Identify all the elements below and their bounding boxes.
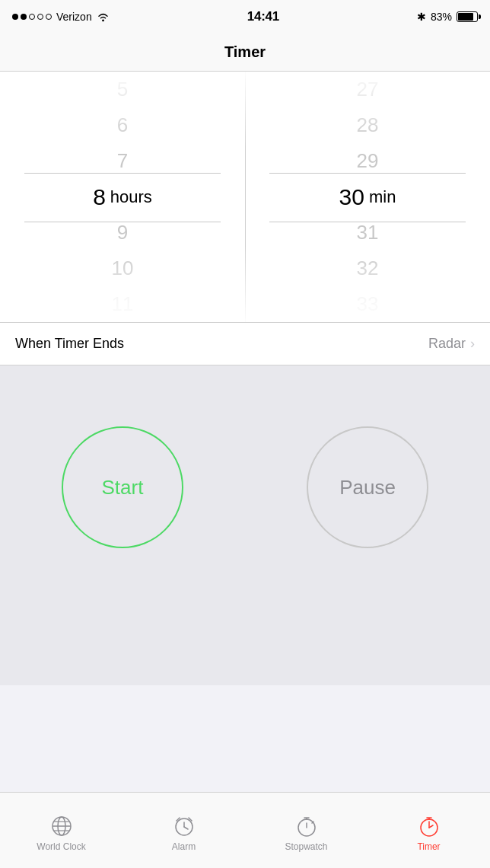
picker-area[interactable]: 5 6 7 8 hours 9 10 11 27 28 29 30 min 31… bbox=[0, 72, 490, 323]
hours-item-11[interactable]: 11 bbox=[0, 286, 245, 322]
tab-stopwatch[interactable]: Stopwatch bbox=[245, 793, 368, 868]
signal-dots bbox=[12, 14, 52, 20]
status-right: ✱ 83% bbox=[417, 11, 478, 23]
status-time: 14:41 bbox=[247, 9, 279, 24]
hours-item-7[interactable]: 7 bbox=[0, 143, 245, 179]
timer-icon bbox=[418, 815, 441, 838]
minutes-item-27[interactable]: 27 bbox=[245, 72, 490, 107]
hours-value: 8 bbox=[93, 184, 106, 210]
timer-ends-label: When Timer Ends bbox=[15, 336, 124, 352]
battery-box bbox=[457, 11, 478, 22]
picker-columns[interactable]: 5 6 7 8 hours 9 10 11 27 28 29 30 min 31… bbox=[0, 72, 490, 322]
minutes-item-selected[interactable]: 30 min bbox=[245, 179, 490, 215]
minutes-value: 30 bbox=[339, 184, 364, 210]
signal-dot-1 bbox=[12, 14, 18, 20]
hours-item-5[interactable]: 5 bbox=[0, 72, 245, 107]
globe-icon bbox=[50, 815, 73, 838]
minutes-item-31[interactable]: 31 bbox=[245, 215, 490, 251]
tab-world-clock-label: World Clock bbox=[37, 841, 85, 852]
status-left: Verizon bbox=[12, 11, 110, 23]
nav-title: Timer bbox=[224, 43, 266, 61]
battery-percent: 83% bbox=[431, 11, 452, 23]
signal-dot-2 bbox=[21, 14, 27, 20]
carrier-label: Verizon bbox=[56, 11, 92, 23]
tab-alarm[interactable]: Alarm bbox=[123, 793, 245, 868]
svg-line-8 bbox=[184, 827, 188, 829]
tab-timer[interactable]: Timer bbox=[368, 793, 490, 868]
tab-stopwatch-label: Stopwatch bbox=[285, 841, 327, 852]
hours-label: hours bbox=[110, 187, 152, 207]
battery-container bbox=[457, 11, 478, 22]
stopwatch-icon bbox=[295, 815, 318, 838]
hours-picker-col[interactable]: 5 6 7 8 hours 9 10 11 bbox=[0, 72, 245, 322]
timer-ends-sound: Radar bbox=[428, 336, 466, 352]
minutes-item-32[interactable]: 32 bbox=[245, 251, 490, 286]
timer-ends-value[interactable]: Radar › bbox=[428, 336, 475, 352]
tab-bar: World Clock Alarm Stopwatch bbox=[0, 792, 490, 868]
nav-bar: Timer bbox=[0, 34, 490, 72]
timer-ends-row[interactable]: When Timer Ends Radar › bbox=[0, 323, 490, 365]
wifi-icon bbox=[97, 12, 110, 22]
minutes-picker-col[interactable]: 27 28 29 30 min 31 32 33 bbox=[245, 72, 490, 322]
hours-item-9[interactable]: 9 bbox=[0, 215, 245, 251]
minutes-item-29[interactable]: 29 bbox=[245, 143, 490, 179]
signal-dot-5 bbox=[46, 14, 52, 20]
tab-world-clock[interactable]: World Clock bbox=[0, 793, 123, 868]
signal-dot-3 bbox=[29, 14, 35, 20]
status-bar: Verizon 14:41 ✱ 83% bbox=[0, 0, 490, 34]
tab-timer-label: Timer bbox=[417, 841, 440, 852]
battery-fill bbox=[458, 13, 473, 21]
pause-button[interactable]: Pause bbox=[307, 426, 428, 548]
signal-dot-4 bbox=[37, 14, 43, 20]
minutes-label: min bbox=[369, 187, 396, 207]
minutes-item-28[interactable]: 28 bbox=[245, 107, 490, 143]
alarm-icon bbox=[173, 815, 196, 838]
bluetooth-icon: ✱ bbox=[417, 11, 426, 23]
buttons-area: Start Pause bbox=[0, 365, 490, 685]
chevron-right-icon: › bbox=[470, 336, 475, 352]
minutes-item-33[interactable]: 33 bbox=[245, 286, 490, 322]
hours-item-selected[interactable]: 8 hours bbox=[0, 179, 245, 215]
hours-item-10[interactable]: 10 bbox=[0, 251, 245, 286]
start-button[interactable]: Start bbox=[62, 426, 183, 548]
hours-item-6[interactable]: 6 bbox=[0, 107, 245, 143]
svg-point-0 bbox=[102, 19, 104, 21]
tab-alarm-label: Alarm bbox=[172, 841, 196, 852]
